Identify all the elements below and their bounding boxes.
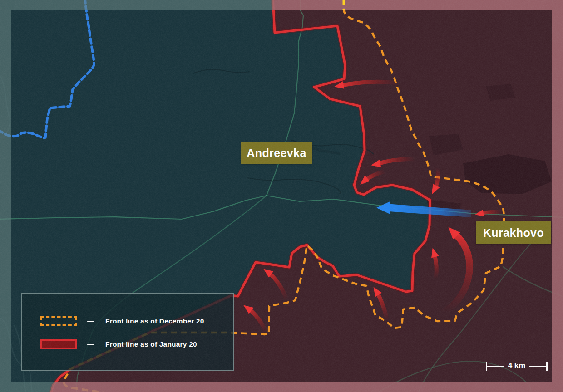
scale-bar: 4 km bbox=[486, 360, 548, 372]
scale-bar-line bbox=[529, 366, 546, 367]
legend-dash bbox=[87, 321, 94, 322]
january-line-swatch bbox=[40, 339, 77, 349]
scale-bar-line bbox=[487, 366, 504, 367]
map-legend: Front line as of December 20 Front line … bbox=[21, 293, 234, 371]
war-map: Front line as of December 20 Front line … bbox=[0, 0, 563, 392]
legend-label: Front line as of January 20 bbox=[105, 340, 197, 348]
legend-label: Front line as of December 20 bbox=[105, 317, 204, 325]
legend-dash bbox=[87, 344, 94, 345]
december-line-swatch bbox=[40, 316, 77, 326]
place-label-andreevka: Andreevka bbox=[241, 142, 312, 164]
legend-item-january: Front line as of January 20 bbox=[40, 339, 227, 350]
scale-bar-label: 4 km bbox=[508, 361, 526, 370]
place-label-kurakhovo: Kurakhovo bbox=[476, 221, 551, 244]
scale-bar-right-tick bbox=[546, 362, 548, 371]
legend-item-december: Front line as of December 20 bbox=[40, 316, 227, 327]
